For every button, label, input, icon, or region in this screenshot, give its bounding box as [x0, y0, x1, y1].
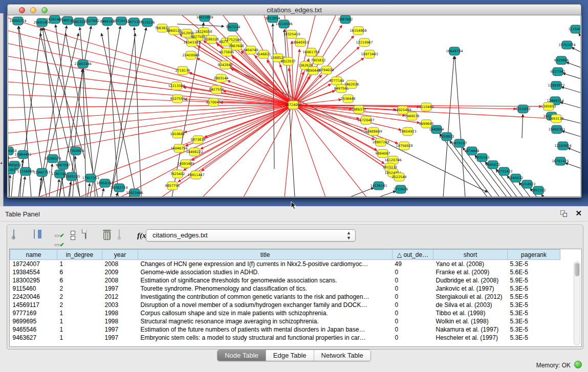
table-cell[interactable]: Dudbridge et al. (2008) — [433, 276, 508, 285]
graph-node[interactable]: 22420046 — [182, 51, 199, 59]
graph-node[interactable]: 12213589 — [168, 82, 185, 90]
table-row[interactable]: 977716911998Corpus callosum shape and si… — [10, 309, 560, 317]
table-cell[interactable]: Changes of HCN gene expression and I(f) … — [138, 260, 393, 268]
table-cell[interactable]: 49 — [393, 260, 433, 268]
table-cell[interactable]: 1 — [57, 334, 102, 342]
table-cell[interactable]: 0 — [393, 293, 433, 301]
table-cell[interactable]: 6 — [57, 276, 102, 285]
table-vertical-scrollbar[interactable] — [574, 261, 580, 345]
node-table[interactable]: namein_degreeyeartitle△ out_de…shortpage… — [10, 249, 560, 342]
table-cell[interactable]: 2 — [57, 301, 102, 309]
table-row[interactable]: 1938455462009Genome-wide association stu… — [10, 268, 560, 276]
column-header-short[interactable]: short — [433, 250, 508, 260]
graph-node[interactable]: 16648784 — [446, 47, 463, 55]
table-cell[interactable]: Tibbo et al. (1998) — [433, 309, 508, 317]
close-panel-icon[interactable]: ✕ — [575, 209, 582, 218]
graph-node[interactable]: 8822037 — [281, 57, 296, 65]
graph-node[interactable]: 16791425 — [552, 157, 569, 165]
graph-node[interactable]: 9175685 — [220, 48, 234, 56]
table-cell[interactable]: 5.3E-5 — [508, 309, 560, 317]
graph-node[interactable]: 2536448 — [341, 95, 356, 103]
table-cell[interactable]: 1 — [57, 317, 102, 325]
window-titlebar[interactable]: citations_edges.txt — [7, 4, 581, 15]
graph-node[interactable]: 9242848 — [218, 61, 233, 69]
table-cell[interactable]: 1 — [57, 260, 102, 268]
column-header-title[interactable]: title — [138, 250, 393, 260]
table-cell[interactable]: Corpus callosum shape and size in male p… — [138, 309, 393, 317]
graph-node[interactable]: 8186328 — [204, 35, 219, 43]
graph-node[interactable]: 11156869 — [17, 167, 34, 176]
column-header-year[interactable]: year — [102, 250, 138, 260]
graph-node[interactable]: 7949578 — [405, 112, 420, 120]
show-columns-button[interactable] — [34, 230, 35, 239]
table-cell[interactable]: 1997 — [102, 325, 138, 334]
graph-node[interactable]: 19654923 — [399, 127, 416, 136]
table-cell[interactable]: Nakamura et al. (1997) — [433, 325, 508, 334]
table-cell[interactable]: 1 — [57, 325, 102, 334]
table-cell[interactable]: Jankovic et al. (1997) — [433, 285, 508, 293]
graph-node[interactable]: 16154808 — [350, 27, 366, 35]
table-cell[interactable]: 0 — [393, 309, 433, 317]
table-row[interactable]: 911546021997Tourette syndrome. Phenomeno… — [10, 285, 560, 293]
table-row[interactable]: 946554611997Estimation of the future num… — [10, 325, 560, 334]
table-cell[interactable]: 2008 — [102, 260, 138, 268]
graph-node[interactable]: 9146821 — [256, 50, 271, 58]
float-panel-icon[interactable] — [560, 210, 568, 217]
graph-node[interactable]: 14911447 — [187, 171, 204, 179]
graph-node[interactable]: 10973493 — [361, 50, 378, 58]
graph-node[interactable]: 2803144 — [214, 74, 229, 82]
graph-node[interactable]: 1693118 — [549, 115, 564, 123]
table-row[interactable]: 2242004622012Investigating the contribut… — [10, 293, 560, 301]
graph-node[interactable]: 8215953 — [516, 105, 531, 113]
table-cell[interactable]: 5.3E-5 — [508, 301, 560, 309]
graph-node[interactable]: 2887682 — [338, 15, 353, 24]
table-cell[interactable]: 6 — [57, 268, 102, 276]
graph-node[interactable]: 12219967 — [356, 38, 373, 47]
table-cell[interactable]: 5.3E-5 — [508, 285, 560, 293]
graph-node[interactable]: 10688609 — [365, 127, 382, 136]
graph-node[interactable]: 9107554 — [170, 95, 185, 103]
table-cell[interactable]: Wolkin et al. (1998) — [433, 317, 508, 325]
graph-node[interactable]: 9777169 — [330, 77, 344, 85]
graph-node[interactable]: 1733426 — [394, 185, 408, 193]
table-cell[interactable]: Structural magnetic resonance image aver… — [138, 317, 393, 325]
graph-node[interactable]: 8358923 — [440, 133, 454, 141]
table-cell[interactable]: 1998 — [102, 309, 138, 317]
table-cell[interactable]: de Silva et al. (2003) — [433, 301, 508, 309]
graph-node[interactable]: 9170041 — [206, 98, 221, 106]
graph-node[interactable]: 14498222 — [186, 148, 203, 156]
column-header-out_de[interactable]: △ out_de… — [393, 250, 433, 260]
table-cell[interactable]: 9777169 — [10, 309, 57, 317]
table-cell[interactable]: Tourette syndrome. Phenomenology and cla… — [138, 285, 393, 293]
table-cell[interactable]: 9465546 — [10, 325, 57, 334]
divider-collapse-arrow-icon[interactable]: ◂ — [0, 161, 2, 165]
table-cell[interactable]: 0 — [393, 276, 433, 285]
table-cell[interactable]: 9699695 — [10, 317, 57, 325]
table-cell[interactable]: 5.3E-5 — [508, 260, 560, 268]
table-cell[interactable]: Stergiakouli et al. (2012) — [433, 293, 508, 301]
table-cell[interactable]: Yano et al. (2008) — [433, 260, 508, 268]
table-cell[interactable]: 5.3E-5 — [508, 325, 560, 334]
graph-node[interactable]: 8813054 — [266, 15, 280, 23]
graph-node[interactable]: 12942757 — [33, 168, 50, 177]
graph-node[interactable]: 9474444 — [465, 147, 480, 155]
graph-node[interactable]: 9857791 — [165, 182, 180, 190]
graph-node[interactable]: 9699695 — [419, 120, 434, 128]
table-cell[interactable]: 5.6E-5 — [508, 268, 560, 276]
table-cell[interactable]: 14569117 — [10, 301, 57, 309]
graph-node[interactable]: 6794028 — [319, 66, 334, 74]
graph-node[interactable]: 2522549 — [392, 173, 407, 181]
graph-node[interactable]: 14093489 — [177, 160, 194, 168]
graph-node[interactable]: 7955812 — [311, 56, 326, 64]
table-cell[interactable]: 1997 — [102, 334, 138, 342]
graph-node[interactable]: 12093872 — [548, 81, 564, 90]
graph-node[interactable]: 1910682 — [170, 130, 185, 138]
graph-node[interactable]: 6679197 — [452, 139, 467, 147]
table-cell[interactable]: Hescheler et al. (1997) — [433, 334, 508, 342]
graph-node[interactable]: 10214922 — [518, 180, 535, 188]
table-cell[interactable]: 5.3E-5 — [508, 317, 560, 325]
table-row[interactable]: 969969511998Structural magnetic resonanc… — [10, 317, 560, 325]
graph-node[interactable]: 16731422 — [495, 167, 512, 176]
graph-node[interactable]: 9245032 — [509, 174, 524, 182]
table-cell[interactable]: Investigating the contribution of common… — [138, 293, 393, 301]
